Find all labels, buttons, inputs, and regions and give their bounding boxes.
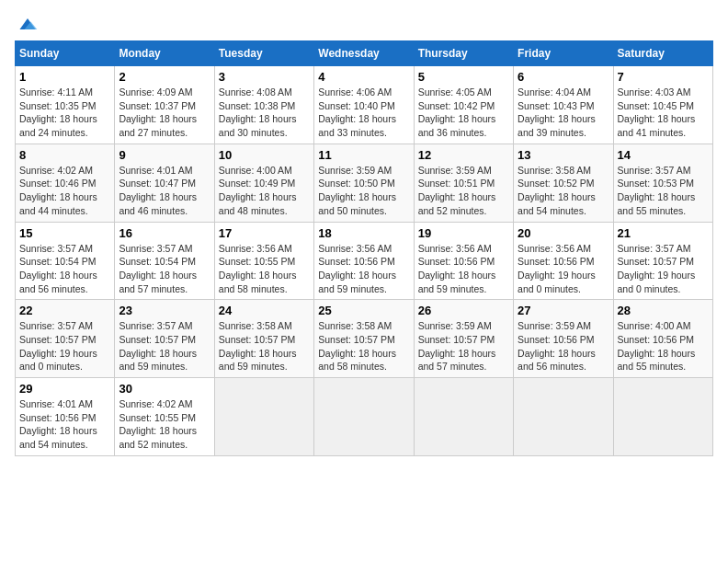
calendar-cell: 4 Sunrise: 4:06 AMSunset: 10:40 PMDaylig… xyxy=(314,66,414,144)
calendar-cell xyxy=(613,378,712,456)
day-info: Sunrise: 3:59 AMSunset: 10:57 PMDaylight… xyxy=(418,320,496,372)
calendar-cell: 13 Sunrise: 3:58 AMSunset: 10:52 PMDayli… xyxy=(514,144,613,222)
calendar-cell: 20 Sunrise: 3:56 AMSunset: 10:56 PMDayli… xyxy=(514,222,613,300)
day-info: Sunrise: 3:57 AMSunset: 10:57 PMDaylight… xyxy=(618,243,696,294)
day-info: Sunrise: 3:56 AMSunset: 10:56 PMDaylight… xyxy=(518,243,596,294)
day-number: 21 xyxy=(618,226,709,240)
calendar-cell: 27 Sunrise: 3:59 AMSunset: 10:56 PMDayli… xyxy=(514,300,613,378)
day-number: 19 xyxy=(418,226,509,240)
calendar-cell xyxy=(214,378,313,456)
day-number: 23 xyxy=(119,304,210,317)
calendar-cell: 12 Sunrise: 3:59 AMSunset: 10:51 PMDayli… xyxy=(414,144,513,222)
calendar-cell: 25 Sunrise: 3:58 AMSunset: 10:57 PMDayli… xyxy=(314,300,414,378)
day-info: Sunrise: 3:56 AMSunset: 10:56 PMDaylight… xyxy=(418,243,496,294)
calendar-cell xyxy=(414,378,513,456)
day-info: Sunrise: 4:00 AMSunset: 10:56 PMDaylight… xyxy=(618,320,696,372)
day-number: 30 xyxy=(119,382,210,396)
calendar-cell: 29 Sunrise: 4:01 AMSunset: 10:56 PMDayli… xyxy=(16,378,115,456)
calendar-cell: 18 Sunrise: 3:56 AMSunset: 10:56 PMDayli… xyxy=(314,222,414,300)
day-info: Sunrise: 4:05 AMSunset: 10:42 PMDaylight… xyxy=(418,86,496,138)
calendar-cell: 14 Sunrise: 3:57 AMSunset: 10:53 PMDayli… xyxy=(613,144,712,222)
day-number: 24 xyxy=(219,304,310,317)
day-number: 22 xyxy=(19,304,110,317)
day-number: 6 xyxy=(518,70,609,84)
day-info: Sunrise: 4:08 AMSunset: 10:38 PMDaylight… xyxy=(219,86,297,138)
day-number: 29 xyxy=(19,382,110,396)
day-info: Sunrise: 3:57 AMSunset: 10:57 PMDaylight… xyxy=(19,320,97,372)
calendar-cell: 19 Sunrise: 3:56 AMSunset: 10:56 PMDayli… xyxy=(414,222,513,300)
day-number: 1 xyxy=(19,70,110,84)
day-info: Sunrise: 3:57 AMSunset: 10:53 PMDaylight… xyxy=(618,165,696,216)
col-header-saturday: Saturday xyxy=(613,41,712,66)
calendar-cell: 22 Sunrise: 3:57 AMSunset: 10:57 PMDayli… xyxy=(16,300,115,378)
day-info: Sunrise: 3:57 AMSunset: 10:54 PMDaylight… xyxy=(19,243,97,294)
col-header-thursday: Thursday xyxy=(414,41,513,66)
day-number: 7 xyxy=(618,70,709,84)
day-info: Sunrise: 3:58 AMSunset: 10:52 PMDaylight… xyxy=(518,165,596,216)
calendar-cell: 24 Sunrise: 3:58 AMSunset: 10:57 PMDayli… xyxy=(214,300,313,378)
day-number: 18 xyxy=(318,226,409,240)
day-number: 4 xyxy=(318,70,409,84)
calendar-cell: 10 Sunrise: 4:00 AMSunset: 10:49 PMDayli… xyxy=(214,144,313,222)
calendar-cell xyxy=(314,378,414,456)
day-number: 27 xyxy=(518,304,609,317)
day-number: 12 xyxy=(418,148,509,162)
day-info: Sunrise: 4:01 AMSunset: 10:56 PMDaylight… xyxy=(19,398,97,450)
calendar-cell: 23 Sunrise: 3:57 AMSunset: 10:57 PMDayli… xyxy=(115,300,214,378)
col-header-friday: Friday xyxy=(514,41,613,66)
day-info: Sunrise: 4:03 AMSunset: 10:45 PMDaylight… xyxy=(618,86,696,138)
calendar-cell: 30 Sunrise: 4:02 AMSunset: 10:55 PMDayli… xyxy=(115,378,214,456)
calendar-cell: 2 Sunrise: 4:09 AMSunset: 10:37 PMDaylig… xyxy=(115,66,214,144)
day-info: Sunrise: 3:56 AMSunset: 10:56 PMDaylight… xyxy=(318,243,396,294)
day-number: 9 xyxy=(119,148,210,162)
calendar-cell: 11 Sunrise: 3:59 AMSunset: 10:50 PMDayli… xyxy=(314,144,414,222)
day-info: Sunrise: 4:00 AMSunset: 10:49 PMDaylight… xyxy=(219,165,297,216)
day-info: Sunrise: 3:57 AMSunset: 10:54 PMDaylight… xyxy=(119,243,197,294)
day-number: 20 xyxy=(518,226,609,240)
day-number: 3 xyxy=(219,70,310,84)
calendar-cell: 1 Sunrise: 4:11 AMSunset: 10:35 PMDaylig… xyxy=(16,66,115,144)
col-header-tuesday: Tuesday xyxy=(214,41,313,66)
col-header-wednesday: Wednesday xyxy=(314,41,414,66)
day-info: Sunrise: 3:58 AMSunset: 10:57 PMDaylight… xyxy=(219,320,297,372)
calendar-cell: 28 Sunrise: 4:00 AMSunset: 10:56 PMDayli… xyxy=(613,300,712,378)
calendar-cell xyxy=(514,378,613,456)
day-number: 16 xyxy=(119,226,210,240)
page-header xyxy=(15,15,713,33)
calendar-cell: 9 Sunrise: 4:01 AMSunset: 10:47 PMDaylig… xyxy=(115,144,214,222)
day-info: Sunrise: 3:56 AMSunset: 10:55 PMDaylight… xyxy=(219,243,297,294)
col-header-monday: Monday xyxy=(115,41,214,66)
day-number: 14 xyxy=(618,148,709,162)
col-header-sunday: Sunday xyxy=(16,41,115,66)
calendar-cell: 17 Sunrise: 3:56 AMSunset: 10:55 PMDayli… xyxy=(214,222,313,300)
day-info: Sunrise: 4:01 AMSunset: 10:47 PMDaylight… xyxy=(119,165,197,216)
calendar-cell: 15 Sunrise: 3:57 AMSunset: 10:54 PMDayli… xyxy=(16,222,115,300)
calendar-cell: 5 Sunrise: 4:05 AMSunset: 10:42 PMDaylig… xyxy=(414,66,513,144)
day-info: Sunrise: 4:06 AMSunset: 10:40 PMDaylight… xyxy=(318,86,396,138)
day-info: Sunrise: 3:57 AMSunset: 10:57 PMDaylight… xyxy=(119,320,197,372)
calendar-cell: 26 Sunrise: 3:59 AMSunset: 10:57 PMDayli… xyxy=(414,300,513,378)
day-info: Sunrise: 4:11 AMSunset: 10:35 PMDaylight… xyxy=(19,86,97,138)
day-number: 15 xyxy=(19,226,110,240)
day-number: 28 xyxy=(618,304,709,317)
day-info: Sunrise: 3:58 AMSunset: 10:57 PMDaylight… xyxy=(318,320,396,372)
calendar-cell: 7 Sunrise: 4:03 AMSunset: 10:45 PMDaylig… xyxy=(613,66,712,144)
day-number: 2 xyxy=(119,70,210,84)
day-info: Sunrise: 3:59 AMSunset: 10:51 PMDaylight… xyxy=(418,165,496,216)
day-number: 13 xyxy=(518,148,609,162)
day-info: Sunrise: 4:02 AMSunset: 10:55 PMDaylight… xyxy=(119,398,197,450)
calendar-cell: 8 Sunrise: 4:02 AMSunset: 10:46 PMDaylig… xyxy=(16,144,115,222)
day-info: Sunrise: 3:59 AMSunset: 10:56 PMDaylight… xyxy=(518,320,596,372)
calendar-cell: 3 Sunrise: 4:08 AMSunset: 10:38 PMDaylig… xyxy=(214,66,313,144)
logo xyxy=(15,15,39,33)
calendar-table: SundayMondayTuesdayWednesdayThursdayFrid… xyxy=(15,40,713,456)
day-number: 25 xyxy=(318,304,409,317)
logo-icon xyxy=(17,15,39,33)
calendar-cell: 21 Sunrise: 3:57 AMSunset: 10:57 PMDayli… xyxy=(613,222,712,300)
day-number: 8 xyxy=(19,148,110,162)
day-info: Sunrise: 4:09 AMSunset: 10:37 PMDaylight… xyxy=(119,86,197,138)
day-number: 17 xyxy=(219,226,310,240)
day-number: 26 xyxy=(418,304,509,317)
day-number: 11 xyxy=(318,148,409,162)
calendar-cell: 16 Sunrise: 3:57 AMSunset: 10:54 PMDayli… xyxy=(115,222,214,300)
